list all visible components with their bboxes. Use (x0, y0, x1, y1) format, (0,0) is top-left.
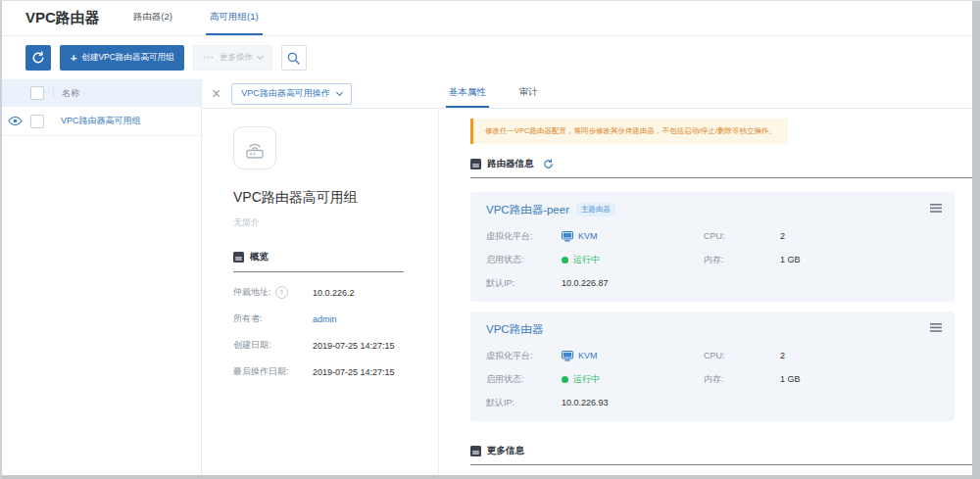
field-value: 10.0.226.2 (313, 288, 355, 298)
field-label: 仲裁地址: (233, 286, 271, 299)
more-info-heading: 更多信息 (487, 445, 524, 457)
scrollbar[interactable] (972, 1, 980, 479)
page-header: VPC路由器 路由器(2) 高可用组(1) (2, 1, 980, 36)
main-area: 名称 VPC路由器高可用组 VPC路由器高可用操作 基本属性 审 (2, 79, 980, 476)
detail-subtitle: 无简介 (233, 216, 404, 229)
help-icon[interactable] (275, 286, 288, 299)
default-ip-value: 10.0.226.93 (562, 398, 704, 407)
state-label: 启用状态: (486, 254, 562, 266)
overview-section-header: 概览 (233, 251, 404, 263)
more-actions-button[interactable]: 更多操作 (193, 45, 272, 71)
page-tabs: 路由器(2) 高可用组(1) (129, 1, 292, 35)
tab-routers[interactable]: 路由器(2) (129, 1, 176, 35)
list-panel: 名称 VPC路由器高可用组 (2, 79, 202, 476)
default-ip-label: 默认IP: (486, 277, 562, 290)
state-value: 运行中 (573, 373, 600, 386)
column-divider (53, 87, 54, 99)
cpu-value: 2 (780, 351, 785, 360)
actions-dropdown-label: VPC路由器高可用操作 (241, 87, 330, 100)
refresh-button[interactable] (25, 45, 51, 71)
close-icon[interactable] (212, 86, 220, 102)
router-info-section-header: 路由器信息 (470, 158, 974, 170)
vpc-router-page: VPC路由器 路由器(2) 高可用组(1) 创建VPC路由器高可用组 更多操作 (0, 0, 980, 479)
router-name-link[interactable]: VPC路由器 (486, 322, 543, 337)
detail-body: VPC路由器高可用组 无简介 概览 仲裁地址: (202, 109, 980, 476)
router-card-peer: VPC路由器-peer 主路由器 虚拟化平台: (470, 192, 955, 302)
field-create-date: 创建日期: 2019-07-25 14:27:15 (233, 339, 404, 352)
more-dots-icon (203, 53, 215, 63)
overview-fields: 仲裁地址: 10.0.226.2 所有者: admin 创建日期: 2019-0… (233, 286, 404, 378)
state-value: 运行中 (573, 254, 600, 266)
window-bottom-edge (2, 475, 980, 479)
tab-audit[interactable]: 审计 (516, 79, 541, 108)
card-menu-icon[interactable] (930, 204, 942, 213)
field-label: 所有者: (233, 312, 313, 325)
detail-tabs: 基本属性 审计 (446, 79, 568, 108)
detail-summary-column: VPC路由器高可用组 无简介 概览 仲裁地址: (202, 109, 439, 476)
ha-group-icon (233, 126, 276, 169)
memory-label: 内存: (704, 254, 780, 266)
owner-link[interactable]: admin (313, 314, 337, 324)
search-button[interactable] (281, 45, 307, 71)
cpu-value: 2 (780, 231, 785, 241)
select-all-checkbox[interactable] (30, 86, 44, 100)
router-info-icon (470, 159, 481, 169)
kvm-icon (562, 231, 573, 242)
chevron-down-icon (257, 53, 264, 60)
hypervisor-label: 虚拟化平台: (486, 350, 562, 362)
section-divider (470, 177, 974, 178)
create-ha-group-label: 创建VPC路由器高可用组 (81, 52, 173, 64)
warning-banner: 修改任一VPC路由器配置，将同步修改其伙伴路由器，不包括启动/停止/删除等独立操… (470, 119, 788, 144)
row-name-link[interactable]: VPC路由器高可用组 (61, 115, 141, 127)
default-ip-label: 默认IP: (486, 397, 562, 409)
hypervisor-value[interactable]: KVM (578, 351, 598, 360)
chevron-down-icon (336, 88, 343, 95)
table-row[interactable]: VPC路由器高可用组 (2, 107, 201, 136)
cpu-label: CPU: (704, 231, 780, 241)
field-last-op-date: 最后操作日期: 2019-07-25 14:27:15 (233, 365, 404, 378)
default-ip-value: 10.0.226.87 (562, 278, 704, 288)
router-name-link[interactable]: VPC路由器-peer (486, 203, 569, 217)
cpu-label: CPU: (704, 351, 780, 360)
status-dot-icon (562, 376, 568, 383)
toolbar: 创建VPC路由器高可用组 更多操作 (2, 36, 980, 79)
hypervisor-value[interactable]: KVM (578, 231, 598, 241)
overview-heading: 概览 (250, 251, 269, 263)
table-header: 名称 (2, 79, 201, 107)
plus-icon (71, 53, 76, 64)
actions-dropdown[interactable]: VPC路由器高可用操作 (231, 83, 352, 105)
more-actions-label: 更多操作 (220, 52, 253, 64)
create-ha-group-button[interactable]: 创建VPC路由器高可用组 (60, 45, 184, 71)
detail-title: VPC路由器高可用组 (233, 189, 404, 207)
memory-label: 内存: (704, 373, 780, 386)
refresh-icon (31, 51, 45, 65)
state-label: 启用状态: (486, 373, 562, 386)
field-label: 最后操作日期: (233, 365, 313, 378)
more-info-section-header: 更多信息 (470, 445, 974, 457)
field-label: 创建日期: (233, 339, 313, 352)
field-value: 2019-07-25 14:27:15 (313, 341, 395, 351)
detail-action-bar: VPC路由器高可用操作 基本属性 审计 (202, 79, 980, 109)
refresh-routers-icon[interactable] (543, 159, 554, 169)
router-info-heading: 路由器信息 (487, 158, 534, 170)
row-checkbox[interactable] (30, 115, 44, 128)
kvm-icon (562, 351, 573, 361)
field-value: 2019-07-25 14:27:15 (313, 367, 395, 377)
section-divider (470, 464, 974, 465)
section-divider (233, 271, 404, 272)
hypervisor-label: 虚拟化平台: (486, 230, 562, 243)
field-arbitration-address: 仲裁地址: 10.0.226.2 (233, 286, 404, 299)
search-icon (287, 52, 300, 65)
memory-value: 1 GB (780, 255, 801, 264)
router-card: VPC路由器 虚拟化平台: (470, 311, 955, 421)
status-dot-icon (562, 257, 568, 263)
tab-ha-groups[interactable]: 高可用组(1) (206, 1, 263, 35)
detail-panel: VPC路由器高可用操作 基本属性 审计 (202, 79, 980, 476)
eye-icon (8, 116, 23, 126)
detail-content-column: 修改任一VPC路由器配置，将同步修改其伙伴路由器，不包括启动/停止/删除等独立操… (439, 109, 980, 476)
more-info-icon (470, 446, 481, 456)
card-menu-icon[interactable] (930, 323, 942, 332)
primary-router-badge: 主路由器 (576, 203, 615, 216)
tab-basic-properties[interactable]: 基本属性 (446, 79, 489, 108)
page-title: VPC路由器 (25, 9, 100, 27)
